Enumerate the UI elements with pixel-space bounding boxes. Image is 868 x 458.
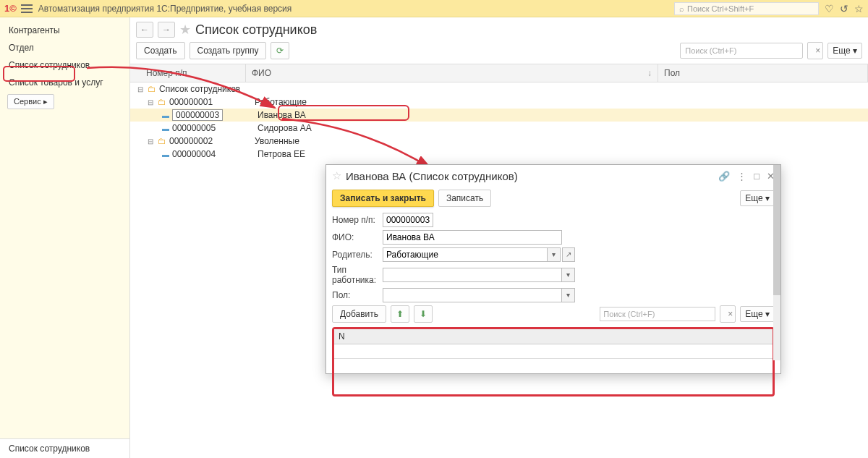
tree-item-selected[interactable]: ▬ 000000003 Иванова ВА (130, 109, 868, 122)
tree-label: Сидорова АА (258, 123, 312, 133)
table-header: Номер п/п ФИО↓ Пол (130, 64, 868, 82)
create-button[interactable]: Создать (136, 42, 185, 59)
sort-icon: ↓ (647, 68, 652, 78)
nav-employees[interactable]: Список сотрудников (0, 56, 129, 74)
favorite-icon[interactable]: ☆ (332, 169, 341, 182)
forward-button[interactable]: → (158, 22, 175, 38)
label-type: Тип работника: (332, 265, 383, 285)
move-down-button[interactable]: ⬇ (414, 305, 433, 323)
move-up-button[interactable]: ⬆ (391, 305, 409, 323)
content: ← → ★ Список сотрудников Создать Создать… (130, 17, 868, 458)
history-icon[interactable]: ↺ (840, 3, 848, 14)
collapse-icon[interactable]: ⊟ (136, 85, 145, 93)
col-gender[interactable]: Пол (658, 64, 868, 82)
tree-label: Список сотрудников (159, 84, 240, 94)
col-fio[interactable]: ФИО↓ (246, 64, 658, 82)
label-number: Номер п/п: (332, 215, 383, 225)
label-parent: Родитель: (332, 250, 383, 260)
logo: 1© (4, 3, 17, 14)
list-search[interactable]: Поиск (Ctrl+F) (680, 43, 803, 59)
col-number[interactable]: Номер п/п (130, 64, 246, 82)
topbar: 1© Автоматизация предприятия 1С:Предприя… (0, 0, 868, 17)
input-type[interactable] (383, 268, 562, 282)
tree-item[interactable]: ▬ 000000005 Сидорова АА (130, 122, 868, 135)
annotation-grid-highlight: N (332, 327, 775, 396)
tree-num: 000000001 (169, 97, 249, 107)
link-icon[interactable]: 🔗 (718, 171, 730, 182)
folder-icon: 🗀 (148, 84, 156, 94)
sidebar-status[interactable]: Список сотрудников (0, 438, 129, 458)
tree-label: Иванова ВА (258, 110, 306, 120)
tree-num: 000000003 (172, 109, 223, 121)
folder-icon: 🗀 (158, 136, 166, 146)
tree: ⊟ 🗀 Список сотрудников ⊟ 🗀 000000001 Раб… (130, 82, 868, 161)
favorite-icon[interactable]: ★ (179, 22, 191, 38)
sidebar: Контрагенты Отдел Список сотрудников Спи… (0, 17, 130, 458)
input-parent[interactable] (383, 247, 548, 262)
dropdown-icon[interactable]: ▾ (562, 288, 575, 302)
open-icon[interactable]: ↗ (562, 247, 575, 262)
service-button[interactable]: Сервис ▸ (7, 94, 54, 109)
create-group-button[interactable]: Создать группу (190, 42, 267, 59)
dropdown-icon[interactable]: ▾ (548, 247, 561, 262)
menu-icon[interactable] (21, 4, 33, 13)
modal-more-button[interactable]: Еще ▾ (740, 190, 775, 206)
collapse-icon[interactable]: ⊟ (146, 98, 155, 106)
grid-more-button[interactable]: Еще ▾ (740, 306, 775, 322)
modal-title: Иванова ВА (Список сотрудников) (346, 170, 714, 182)
folder-icon: 🗀 (158, 97, 166, 107)
tree-root[interactable]: ⊟ 🗀 Список сотрудников (130, 82, 868, 96)
star-icon[interactable]: ☆ (854, 3, 864, 14)
input-gender[interactable] (383, 288, 562, 302)
add-button[interactable]: Добавить (332, 305, 386, 323)
tree-item[interactable]: ▬ 000000004 Петрова ЕЕ (130, 148, 868, 161)
item-icon: ▬ (162, 111, 169, 119)
bell-icon[interactable]: ♡ (825, 3, 834, 14)
grid-col-n[interactable]: N (334, 329, 773, 344)
label-fio: ФИО: (332, 232, 383, 242)
window-icon[interactable]: □ (754, 171, 760, 182)
collapse-icon[interactable]: ⊟ (146, 137, 155, 145)
clear-grid-search[interactable]: × (720, 305, 736, 323)
input-number[interactable] (383, 213, 433, 227)
menu-vertical-icon[interactable]: ⋮ (737, 171, 746, 182)
dropdown-icon[interactable]: ▾ (562, 268, 575, 282)
page-title: Список сотрудников (195, 22, 317, 38)
app-title: Автоматизация предприятия 1С:Предприятие… (38, 4, 674, 14)
input-fio[interactable] (383, 230, 562, 245)
tree-num: 000000004 (172, 149, 252, 159)
save-button[interactable]: Записать (438, 190, 491, 207)
tree-group[interactable]: ⊟ 🗀 000000001 Работающие (130, 96, 868, 109)
label-gender: Пол: (332, 290, 383, 300)
back-button[interactable]: ← (136, 22, 153, 38)
scrollbar[interactable] (773, 165, 780, 360)
clear-search-button[interactable]: × (807, 42, 823, 59)
nav-department[interactable]: Отдел (0, 39, 129, 56)
tree-num: 000000005 (172, 123, 252, 133)
global-search[interactable]: Поиск Ctrl+Shift+F (674, 2, 819, 15)
tree-num: 000000002 (169, 136, 249, 146)
save-close-button[interactable]: Записать и закрыть (332, 190, 434, 207)
grid-row[interactable] (334, 344, 773, 359)
tree-label: Уволенные (255, 136, 299, 146)
item-icon: ▬ (162, 124, 169, 132)
refresh-button[interactable]: ⟳ (271, 42, 289, 59)
tree-group[interactable]: ⊟ 🗀 000000002 Уволенные (130, 135, 868, 148)
item-icon: ▬ (162, 150, 169, 158)
employee-modal: ☆ Иванова ВА (Список сотрудников) 🔗 ⋮ □ … (326, 164, 781, 374)
more-button[interactable]: Еще ▾ (827, 43, 862, 59)
tree-label: Работающие (255, 97, 307, 107)
grid-search[interactable]: Поиск (Ctrl+F) (600, 307, 715, 321)
tree-label: Петрова ЕЕ (258, 149, 305, 159)
nav-contragents[interactable]: Контрагенты (0, 22, 129, 39)
nav-goods[interactable]: Список товаров и услуг (0, 74, 129, 91)
